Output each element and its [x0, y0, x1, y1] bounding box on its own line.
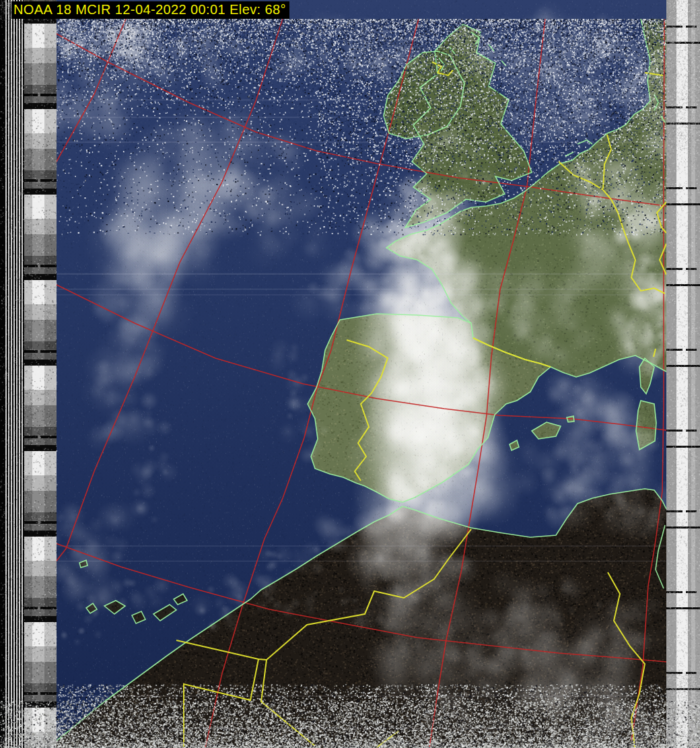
image-caption: NOAA 18 MCIR 12-04-2022 00:01 Elev: 68°	[11, 1, 289, 19]
apt-satellite-decode-screen: NOAA 18 MCIR 12-04-2022 00:01 Elev: 68°	[0, 0, 700, 748]
satellite-map-canvas	[0, 0, 700, 748]
